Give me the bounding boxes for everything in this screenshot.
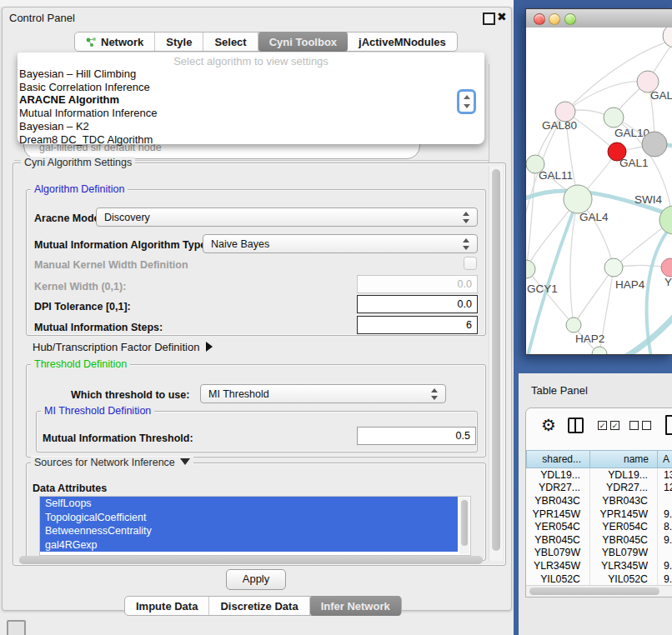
deselect-all-icon[interactable] bbox=[629, 421, 639, 430]
table-row[interactable]: YDR27...YDR27...12 bbox=[526, 482, 672, 495]
attribute-item-selected[interactable]: TopologicalCoefficient bbox=[40, 511, 458, 525]
tab-jactivemnodules[interactable]: jActiveMNodules bbox=[348, 32, 457, 51]
table-cell bbox=[658, 547, 672, 560]
network-node-hap2[interactable] bbox=[566, 318, 581, 332]
tab-infer-network[interactable]: Infer Network bbox=[310, 596, 401, 616]
network-node-hap4[interactable] bbox=[604, 258, 623, 277]
tab-cyni-toolbox[interactable]: Cyni Toolbox bbox=[258, 32, 348, 52]
combo-spinner-fragment[interactable] bbox=[457, 89, 476, 114]
data-attributes-list[interactable]: SelfLoopsTopologicalCoefficientBetweenne… bbox=[39, 496, 471, 556]
table-panel-title: Table Panel bbox=[531, 384, 588, 397]
table-cell: 9. bbox=[658, 533, 672, 547]
tab-discretize-data[interactable]: Discretize Data bbox=[209, 597, 309, 615]
import-table-icon[interactable] bbox=[665, 415, 672, 435]
table-row[interactable]: YDL19...YDL19...13 bbox=[526, 468, 672, 482]
settings-hscrollbar-thumb[interactable] bbox=[19, 556, 483, 564]
table-column-header[interactable]: shared... bbox=[526, 450, 590, 468]
attribute-item-selected[interactable]: gal4RGexp bbox=[40, 538, 458, 552]
algorithm-option[interactable]: Dream8 DC_TDC Algorithm bbox=[18, 133, 484, 147]
tab-impute-data[interactable]: Impute Data bbox=[125, 597, 209, 615]
network-edge[interactable] bbox=[574, 268, 614, 325]
network-node[interactable] bbox=[642, 132, 667, 157]
tab-network[interactable]: Network bbox=[75, 32, 155, 51]
network-node[interactable] bbox=[663, 28, 672, 48]
dpi-tolerance-field[interactable] bbox=[357, 295, 478, 313]
table-cell: 12 bbox=[658, 482, 672, 495]
combo-arrows-icon bbox=[463, 238, 470, 250]
which-threshold-combobox[interactable]: MI Threshold bbox=[200, 384, 446, 403]
table-cell: YDR27... bbox=[590, 482, 658, 495]
mi-type-combobox[interactable]: Naive Bayes bbox=[203, 234, 478, 253]
algorithm-option[interactable]: ARACNE Algorithm bbox=[18, 93, 484, 107]
aracne-mode-label: Aracne Mode: bbox=[34, 212, 103, 224]
mi-steps-label: Mutual Information Steps: bbox=[34, 322, 163, 333]
close-traffic-light-icon[interactable] bbox=[534, 13, 545, 25]
float-window-icon[interactable] bbox=[483, 12, 495, 25]
network-edge[interactable] bbox=[526, 164, 535, 269]
table-toolbar: ⚙ ✓ ✓ bbox=[526, 408, 672, 447]
algorithm-option[interactable]: Bayesian – K2 bbox=[18, 120, 484, 133]
algorithm-option[interactable]: Basic Correlation Inference bbox=[18, 81, 484, 94]
apply-button[interactable]: Apply bbox=[226, 569, 286, 590]
mi-steps-field[interactable] bbox=[357, 316, 478, 334]
hub-definition-expander[interactable]: Hub/Transcription Factor Definition bbox=[33, 341, 213, 353]
table-row[interactable]: YER054CYER054C8. bbox=[526, 520, 672, 533]
column-view-icon[interactable] bbox=[568, 418, 584, 433]
select-all-icon[interactable]: ✓ bbox=[598, 421, 607, 430]
close-icon[interactable]: ✖ bbox=[497, 10, 507, 23]
table-row[interactable]: YPR145WYPR145W9. bbox=[526, 508, 672, 521]
algorithm-option[interactable]: Mutual Information Inference bbox=[18, 107, 484, 120]
table-container: ⚙ ✓ ✓ shared...nameA YDL19...YDL19...13Y… bbox=[525, 408, 672, 598]
network-node-gal10[interactable] bbox=[604, 108, 624, 128]
network-node-label: GAL1 bbox=[619, 157, 649, 169]
panel-title: Control Panel bbox=[9, 12, 75, 24]
top-strip bbox=[0, 0, 514, 7]
settings-hscrollbar[interactable] bbox=[18, 555, 486, 565]
settings-vscrollbar-thumb[interactable] bbox=[492, 169, 500, 551]
mi-threshold-field[interactable] bbox=[357, 427, 476, 445]
deselect-all-icon[interactable] bbox=[642, 421, 651, 430]
sources-group-title[interactable]: Sources for Network Inference bbox=[31, 457, 193, 468]
network-node-label: GAL bbox=[650, 89, 672, 102]
tab-select[interactable]: Select bbox=[203, 32, 258, 51]
network-node-label: GAL4 bbox=[579, 211, 609, 223]
manual-kernel-checkbox[interactable] bbox=[464, 257, 477, 270]
network-edge[interactable] bbox=[565, 82, 648, 112]
table-row[interactable]: YIL052CYIL052C9. bbox=[526, 572, 672, 585]
network-node-gcy1[interactable] bbox=[526, 260, 535, 278]
network-node[interactable] bbox=[592, 347, 607, 354]
cyni-subtabs: Impute Data Discretize Data Infer Networ… bbox=[124, 596, 402, 616]
network-node-y[interactable] bbox=[661, 258, 672, 277]
attribute-item-selected[interactable]: BetweennessCentrality bbox=[40, 524, 458, 538]
combo-arrows-icon bbox=[463, 212, 470, 223]
table-row[interactable]: YBL079WYBL079W bbox=[526, 547, 672, 560]
attribute-item-selected[interactable]: SelfLoops bbox=[40, 497, 458, 511]
attr-list-vscrollbar-thumb[interactable] bbox=[461, 500, 468, 546]
gear-icon[interactable]: ⚙ bbox=[541, 417, 556, 433]
table-hscrollbar-thumb[interactable] bbox=[529, 588, 659, 595]
hub-definition-label: Hub/Transcription Factor Definition bbox=[33, 341, 199, 353]
screen: { "colors":{ "selection_blue":"#3d6bdb",… bbox=[0, 0, 672, 635]
mi-threshold-group-title: MI Threshold Definition bbox=[41, 405, 154, 417]
select-all-icon[interactable]: ✓ bbox=[610, 421, 619, 430]
tab-style[interactable]: Style bbox=[155, 32, 203, 51]
table-row[interactable]: YBR043CYBR043C bbox=[526, 494, 672, 508]
network-node-gal4[interactable] bbox=[564, 185, 592, 213]
network-node-label: GAL80 bbox=[542, 119, 577, 132]
kernel-width-label: Kernel Width (0,1): bbox=[34, 281, 126, 292]
table-column-header[interactable]: name bbox=[590, 450, 658, 468]
network-canvas[interactable]: GALGAL80GAL10GAL1GAL11GAL4SWI4HAP4YGCY1H… bbox=[526, 28, 672, 354]
aracne-mode-combobox[interactable]: Discovery bbox=[96, 208, 478, 227]
table-hscrollbar[interactable] bbox=[526, 585, 672, 597]
table-column-header[interactable]: A bbox=[658, 450, 672, 468]
kernel-width-field[interactable] bbox=[357, 275, 478, 293]
table-row[interactable]: YLR345WYLR345W9. bbox=[526, 559, 672, 572]
zoom-traffic-light-icon[interactable] bbox=[564, 13, 576, 25]
minimize-traffic-light-icon[interactable] bbox=[549, 13, 560, 25]
spinner-up-icon bbox=[464, 95, 470, 99]
table-row[interactable]: YBR045CYBR045C9. bbox=[526, 533, 672, 547]
settings-vscrollbar[interactable] bbox=[489, 166, 503, 561]
restore-panel-icon[interactable] bbox=[7, 620, 26, 635]
algorithm-option[interactable]: Bayesian – Hill Climbing bbox=[18, 68, 484, 81]
attr-list-vscrollbar[interactable] bbox=[459, 498, 469, 554]
